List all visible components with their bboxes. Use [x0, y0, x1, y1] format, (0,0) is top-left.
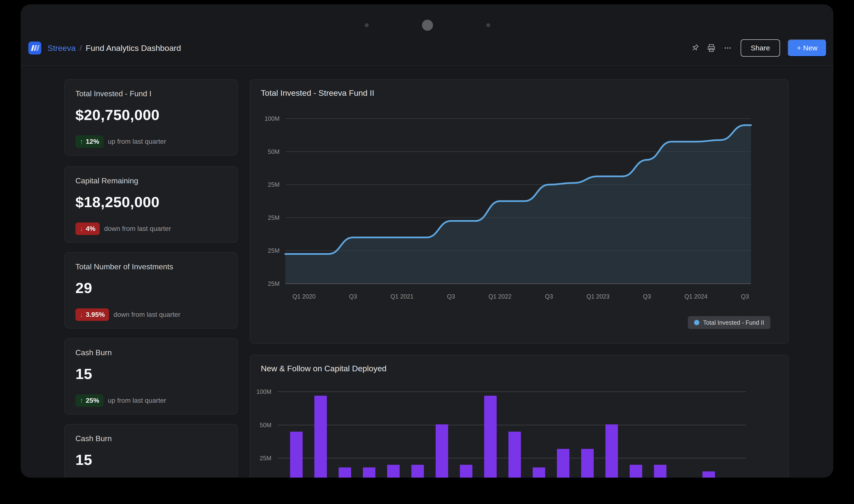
new-button[interactable]: + New: [788, 39, 826, 57]
header: Streeva / Fund Analytics Dashboard: [21, 31, 833, 66]
svg-text:Q3: Q3: [643, 293, 651, 300]
legend-total-invested-fund-2[interactable]: Total Invested - Fund II: [688, 316, 770, 329]
svg-text:Q3: Q3: [447, 293, 455, 300]
legend-dot: [694, 320, 699, 325]
delta-note: up from last quarter: [108, 138, 166, 145]
delta-note: down from last quarter: [104, 225, 171, 233]
stat-title: Total Invested - Fund I: [75, 89, 227, 98]
bar-chart: 100M50M25M: [250, 355, 789, 478]
header-actions: Share + New: [690, 39, 826, 57]
stat-title: Cash Burn: [75, 434, 227, 443]
stat-card-cash-burn-2: Cash Burn 15: [64, 424, 238, 478]
stat-card-cash-burn: Cash Burn 15 ↑ 25% up from last quarter: [64, 338, 238, 414]
more-icon[interactable]: [723, 43, 732, 53]
screen: Streeva / Fund Analytics Dashboard: [0, 0, 854, 504]
delta-value: 12%: [86, 138, 99, 145]
stat-value: $18,250,000: [75, 194, 227, 211]
stat-title: Total Number of Investments: [75, 262, 227, 271]
svg-text:50M: 50M: [268, 148, 280, 155]
pin-icon[interactable]: [690, 43, 700, 53]
svg-text:25M: 25M: [260, 455, 272, 462]
bar-chart-card: New & Follow on Capital Deployed 100M50M…: [250, 355, 789, 478]
down-arrow-icon: ↓: [80, 224, 83, 233]
svg-text:25M: 25M: [268, 247, 280, 254]
line-chart-card: Total Invested - Streeva Fund II 100M50M…: [250, 79, 789, 344]
delta-badge: ↑ 12%: [75, 136, 104, 148]
delta-note: up from last quarter: [108, 397, 166, 404]
svg-text:Q3: Q3: [741, 293, 749, 300]
app-window: Streeva / Fund Analytics Dashboard: [21, 4, 833, 478]
svg-text:Q1 2023: Q1 2023: [587, 293, 610, 300]
svg-text:Q1 2020: Q1 2020: [293, 293, 316, 300]
line-chart: 100M50M25M25M25M25MQ1 2020Q3Q1 2021Q3Q1 …: [250, 80, 789, 344]
down-arrow-icon: ↓: [80, 310, 83, 319]
svg-text:Q1 2021: Q1 2021: [390, 293, 414, 300]
window-dot: [422, 20, 433, 31]
delta-value: 25%: [86, 397, 99, 404]
svg-text:25M: 25M: [268, 280, 280, 287]
stat-card-capital-remaining: Capital Remaining $18,250,000 ↓ 4% down …: [64, 166, 238, 242]
stat-title: Cash Burn: [75, 348, 227, 357]
delta-badge: ↑ 25%: [75, 394, 104, 407]
window-dot: [486, 23, 490, 27]
stat-title: Capital Remaining: [75, 176, 227, 185]
up-arrow-icon: ↑: [80, 396, 83, 404]
window-dot: [365, 23, 369, 27]
delta-value: 3.95%: [86, 311, 105, 319]
svg-text:Q1 2024: Q1 2024: [684, 293, 708, 300]
delta-value: 4%: [86, 225, 95, 233]
svg-text:Q1 2022: Q1 2022: [488, 293, 511, 300]
legend-label: Total Invested - Fund II: [703, 319, 764, 326]
svg-text:25M: 25M: [268, 181, 280, 188]
streeva-logo-icon[interactable]: [28, 41, 41, 54]
breadcrumb-separator: /: [80, 43, 82, 53]
delta-note: down from last quarter: [114, 311, 180, 319]
delta-badge: ↓ 4%: [75, 222, 100, 235]
page-title: Fund Analytics Dashboard: [86, 43, 181, 53]
breadcrumb-brand[interactable]: Streeva: [48, 43, 76, 53]
up-arrow-icon: ↑: [80, 138, 83, 146]
stat-value: 29: [75, 280, 227, 296]
svg-text:100M: 100M: [264, 115, 280, 122]
svg-text:Q3: Q3: [545, 293, 553, 300]
share-button[interactable]: Share: [740, 39, 780, 57]
delta-badge: ↓ 3.95%: [75, 308, 109, 321]
svg-text:25M: 25M: [268, 214, 280, 221]
stat-value: 15: [75, 451, 227, 468]
stat-value: $20,750,000: [75, 106, 227, 123]
printer-icon[interactable]: [707, 43, 716, 53]
stat-value: 15: [75, 365, 227, 382]
stat-card-total-invested-fund-1: Total Invested - Fund I $20,750,000 ↑ 12…: [64, 79, 238, 156]
stat-card-total-investments: Total Number of Investments 29 ↓ 3.95% d…: [64, 252, 238, 328]
svg-text:100M: 100M: [256, 388, 272, 395]
svg-text:50M: 50M: [260, 422, 272, 428]
svg-text:Q3: Q3: [349, 293, 357, 300]
